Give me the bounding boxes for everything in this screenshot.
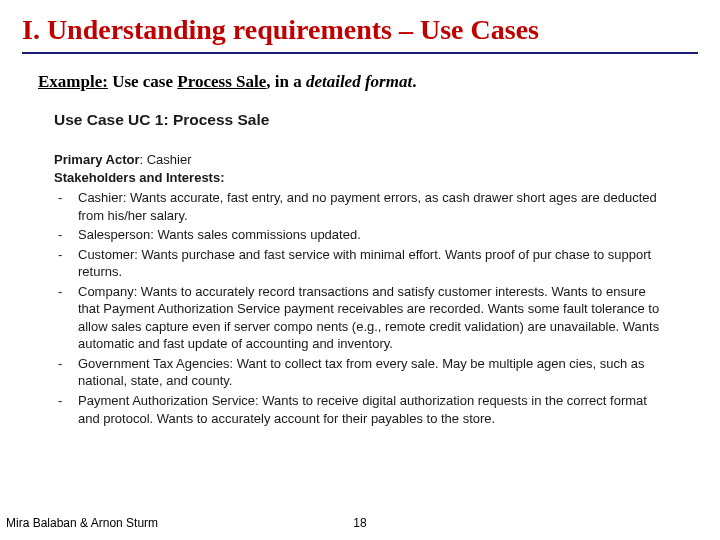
example-mid2: , in a bbox=[266, 72, 306, 91]
bullet-dash: - bbox=[54, 283, 78, 301]
slide: I. Understanding requirements – Use Case… bbox=[0, 0, 720, 540]
stakeholder-text: Payment Authorization Service: Wants to … bbox=[78, 392, 670, 427]
stakeholder-text: Salesperson: Wants sales commissions upd… bbox=[78, 226, 670, 244]
bullet-dash: - bbox=[54, 246, 78, 264]
bullet-dash: - bbox=[54, 392, 78, 410]
list-item: - Customer: Wants purchase and fast serv… bbox=[54, 246, 670, 281]
list-item: - Cashier: Wants accurate, fast entry, a… bbox=[54, 189, 670, 224]
bullet-dash: - bbox=[54, 355, 78, 373]
primary-actor-value: : Cashier bbox=[140, 152, 192, 167]
stakeholder-list: - Cashier: Wants accurate, fast entry, a… bbox=[54, 189, 670, 427]
stakeholder-text: Customer: Wants purchase and fast servic… bbox=[78, 246, 670, 281]
stakeholder-text: Cashier: Wants accurate, fast entry, and… bbox=[78, 189, 670, 224]
slide-title: I. Understanding requirements – Use Case… bbox=[22, 14, 698, 46]
footer-page-number: 18 bbox=[353, 516, 366, 530]
primary-actor-label: Primary Actor bbox=[54, 152, 140, 167]
bullet-dash: - bbox=[54, 226, 78, 244]
example-format: detailed format bbox=[306, 72, 412, 91]
stakeholders-row: Stakeholders and Interests: bbox=[54, 169, 670, 187]
stakeholder-text: Government Tax Agencies: Want to collect… bbox=[78, 355, 670, 390]
example-prefix: Example: bbox=[38, 72, 108, 91]
list-item: - Government Tax Agencies: Want to colle… bbox=[54, 355, 670, 390]
primary-actor-row: Primary Actor: Cashier bbox=[54, 151, 670, 169]
example-mid1: Use case bbox=[108, 72, 177, 91]
example-usecase: Process Sale bbox=[177, 72, 266, 91]
footer-authors: Mira Balaban & Arnon Sturm bbox=[6, 516, 158, 530]
usecase-heading: Use Case UC 1: Process Sale bbox=[54, 110, 670, 131]
stakeholder-text: Company: Wants to accurately record tran… bbox=[78, 283, 670, 353]
list-item: - Payment Authorization Service: Wants t… bbox=[54, 392, 670, 427]
list-item: - Company: Wants to accurately record tr… bbox=[54, 283, 670, 353]
bullet-dash: - bbox=[54, 189, 78, 207]
example-line: Example: Use case Process Sale, in a det… bbox=[38, 72, 698, 92]
stakeholders-label: Stakeholders and Interests: bbox=[54, 170, 225, 185]
list-item: - Salesperson: Wants sales commissions u… bbox=[54, 226, 670, 244]
title-rule bbox=[22, 52, 698, 54]
example-suffix: . bbox=[412, 72, 416, 91]
usecase-content: Use Case UC 1: Process Sale Primary Acto… bbox=[54, 110, 670, 427]
